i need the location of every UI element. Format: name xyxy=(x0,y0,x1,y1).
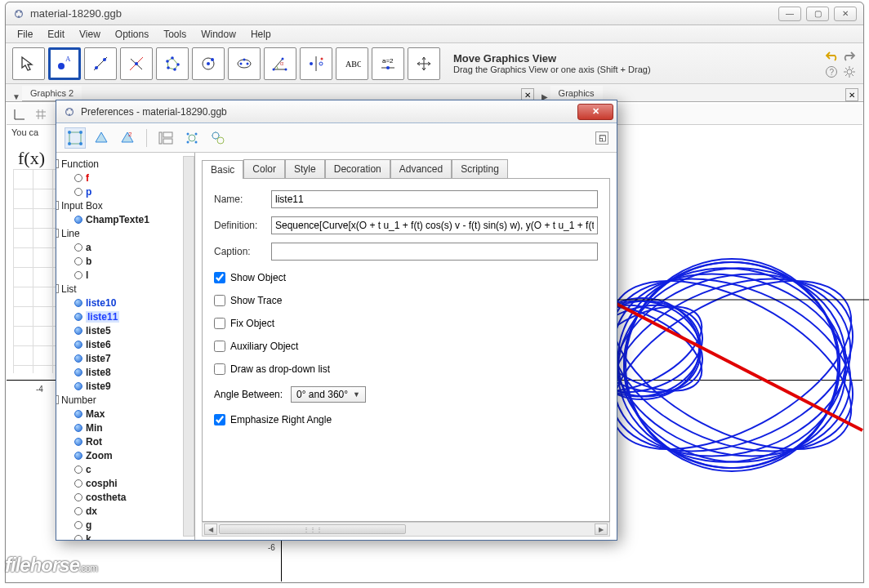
tree-item[interactable]: a xyxy=(86,242,91,253)
visibility-bullet[interactable] xyxy=(74,243,82,252)
auxiliary-checkbox[interactable] xyxy=(214,341,225,352)
tool-slider[interactable]: a=2 xyxy=(372,47,404,80)
visibility-bullet[interactable] xyxy=(74,313,82,321)
scroll-thumb[interactable]: ⋮⋮⋮ xyxy=(219,524,406,534)
undo-icon[interactable] xyxy=(824,48,839,63)
tab-style[interactable]: Style xyxy=(285,159,325,178)
angle-between-dropdown[interactable]: 0° and 360° ▼ xyxy=(291,386,366,403)
tree-item[interactable]: ChampTexte1 xyxy=(86,214,149,225)
tree-group-inputbox[interactable]: Input Box xyxy=(61,200,103,212)
tree-toggle[interactable]: − xyxy=(56,229,59,238)
prefs-objects-icon[interactable] xyxy=(65,127,86,149)
prefs-graphics2-icon[interactable]: 2 xyxy=(117,127,138,149)
tool-perpendicular[interactable] xyxy=(120,47,153,80)
tree-item[interactable]: l xyxy=(86,270,88,281)
redo-icon[interactable] xyxy=(842,48,857,63)
tool-angle[interactable]: α xyxy=(264,47,296,80)
tree-item[interactable]: b xyxy=(86,256,91,267)
scroll-left-button[interactable]: ◀ xyxy=(204,523,217,535)
visibility-bullet[interactable] xyxy=(74,257,82,265)
tree-item[interactable]: liste5 xyxy=(86,325,111,336)
tree-item[interactable]: c xyxy=(86,464,91,475)
draw-dropdown-checkbox[interactable] xyxy=(214,363,225,375)
tree-toggle[interactable]: − xyxy=(56,284,59,293)
prefs-layout-icon[interactable] xyxy=(155,127,176,149)
visibility-bullet[interactable] xyxy=(74,271,82,279)
show-trace-checkbox[interactable] xyxy=(214,295,225,306)
visibility-bullet[interactable] xyxy=(74,466,82,474)
dialog-detach-button[interactable]: ◱ xyxy=(595,131,608,145)
visibility-bullet[interactable] xyxy=(74,299,82,307)
definition-input[interactable] xyxy=(271,216,598,234)
visibility-bullet[interactable] xyxy=(74,535,82,540)
tree-toggle[interactable]: − xyxy=(56,159,59,168)
menu-options[interactable]: Options xyxy=(109,27,155,42)
dialog-close-button[interactable]: ✕ xyxy=(577,104,613,120)
tool-polygon[interactable] xyxy=(156,47,189,80)
tree-group-line[interactable]: Line xyxy=(61,228,80,239)
visibility-bullet[interactable] xyxy=(74,521,82,529)
visibility-bullet[interactable] xyxy=(74,424,82,432)
tab-arrow-left[interactable]: ▼ xyxy=(11,92,22,101)
prefs-defaults-icon[interactable] xyxy=(181,127,203,149)
visibility-bullet[interactable] xyxy=(74,493,82,501)
visibility-bullet[interactable] xyxy=(74,188,82,196)
tool-move[interactable] xyxy=(12,47,45,80)
scroll-right-button[interactable]: ▶ xyxy=(595,523,608,535)
tree-toggle[interactable]: − xyxy=(56,395,59,404)
emphasize-right-angle-checkbox[interactable] xyxy=(214,414,225,425)
visibility-bullet[interactable] xyxy=(74,354,82,363)
tree-item[interactable]: f xyxy=(86,172,89,184)
tree-item[interactable]: liste10 xyxy=(86,297,116,309)
menu-edit[interactable]: Edit xyxy=(41,27,71,42)
tree-item[interactable]: liste7 xyxy=(86,353,111,364)
visibility-bullet[interactable] xyxy=(74,174,82,182)
tree-toggle[interactable]: − xyxy=(56,201,59,210)
tree-group-function[interactable]: Function xyxy=(61,158,99,170)
tool-line[interactable] xyxy=(84,47,117,80)
menu-tools[interactable]: Tools xyxy=(157,27,193,42)
visibility-bullet[interactable] xyxy=(74,327,82,335)
prefs-advanced-icon[interactable] xyxy=(207,127,229,149)
name-input[interactable] xyxy=(271,190,598,208)
tool-text[interactable]: ABC xyxy=(336,47,368,80)
tree-group-number[interactable]: Number xyxy=(61,394,96,406)
tree-item[interactable]: g xyxy=(86,519,91,531)
titlebar[interactable]: material-18290.ggb — ▢ ✕ xyxy=(6,2,863,25)
tab-basic[interactable]: Basic xyxy=(202,160,243,179)
object-tree-panel[interactable]: −Function fp −Input Box ChampTexte1 −Lin… xyxy=(56,153,195,540)
tab-close-2[interactable]: ✕ xyxy=(845,88,858,101)
tab-color[interactable]: Color xyxy=(243,159,285,178)
tree-item[interactable]: liste9 xyxy=(86,381,111,392)
tool-reflect[interactable] xyxy=(300,47,332,80)
tree-item[interactable]: costheta xyxy=(86,492,126,503)
visibility-bullet[interactable] xyxy=(74,410,82,418)
maximize-button[interactable]: ▢ xyxy=(806,7,829,21)
tree-item[interactable]: liste6 xyxy=(86,339,111,350)
visibility-bullet[interactable] xyxy=(74,438,82,446)
visibility-bullet[interactable] xyxy=(74,341,82,349)
grid-icon[interactable] xyxy=(33,106,49,122)
tree-item[interactable]: cosphi xyxy=(86,478,118,489)
menu-window[interactable]: Window xyxy=(194,27,243,42)
visibility-bullet[interactable] xyxy=(74,382,82,390)
tool-ellipse[interactable] xyxy=(228,47,261,80)
close-button[interactable]: ✕ xyxy=(834,7,857,21)
menu-view[interactable]: View xyxy=(73,27,107,42)
prefs-graphics-icon[interactable] xyxy=(91,127,112,149)
tool-circle-center[interactable] xyxy=(192,47,225,80)
tab-advanced[interactable]: Advanced xyxy=(390,159,452,178)
tab-scripting[interactable]: Scripting xyxy=(452,159,508,178)
visibility-bullet[interactable] xyxy=(74,452,82,460)
tab-decoration[interactable]: Decoration xyxy=(325,159,390,178)
settings-icon[interactable] xyxy=(842,65,857,79)
tree-item[interactable]: liste11 xyxy=(86,311,119,323)
tree-group-list[interactable]: List xyxy=(61,283,77,295)
show-object-checkbox[interactable] xyxy=(214,272,225,283)
menu-help[interactable]: Help xyxy=(244,27,278,42)
tree-item[interactable]: p xyxy=(86,186,91,198)
tree-item[interactable]: Min xyxy=(86,422,103,434)
tree-item[interactable]: Rot xyxy=(86,436,102,448)
tree-item[interactable]: Zoom xyxy=(86,450,113,461)
menu-file[interactable]: File xyxy=(11,27,39,42)
